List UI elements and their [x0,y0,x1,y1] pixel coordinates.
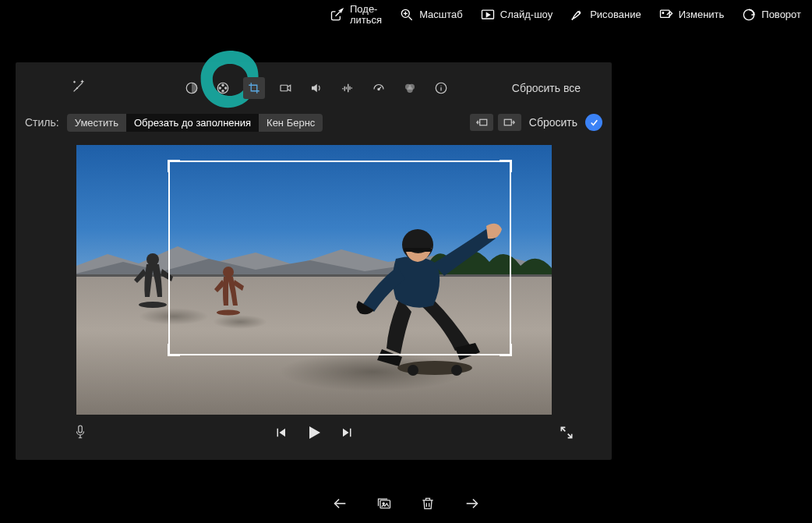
zoom-icon [399,7,415,23]
nav-prev-button[interactable] [331,495,348,515]
fullscreen-button[interactable] [559,425,574,443]
rotate-reset-group: Сбросить [470,114,602,131]
svg-point-12 [378,88,380,90]
svg-rect-28 [79,426,83,433]
svg-rect-18 [504,119,511,125]
volume-icon[interactable] [305,77,327,99]
magic-wand-icon[interactable] [70,78,87,98]
svg-point-8 [225,87,227,89]
prev-button[interactable] [274,426,288,443]
svg-point-20 [139,302,167,308]
svg-point-24 [408,365,418,376]
svg-rect-11 [281,85,288,91]
svg-point-7 [222,84,224,86]
svg-point-9 [222,90,224,92]
edit-icon [658,7,674,23]
delete-button[interactable] [420,496,436,514]
color-filter-icon[interactable] [399,77,421,99]
speed-icon[interactable] [368,77,390,99]
video-preview[interactable] [76,145,552,415]
svg-point-10 [219,87,221,89]
adjustment-tools [181,77,452,99]
crop-fill-button[interactable]: Обрезать до заполнения [126,114,259,132]
nav-next-button[interactable] [464,495,481,515]
play-controls [274,423,355,445]
rotate-cw-button[interactable] [498,114,521,131]
color-correction-icon[interactable] [212,77,234,99]
svg-point-25 [451,365,462,376]
slideshow-label: Слайд-шоу [500,9,553,20]
zoom-button[interactable]: Масштаб [399,7,463,23]
crop-mode-segmented: Уместить Обрезать до заполнения Кен Берн… [67,114,323,132]
crop-handle-bl[interactable] [168,344,180,356]
rotate-icon [741,7,757,23]
editor-panel: Сбросить все Стиль: Уместить Обрезать до… [16,62,612,460]
stabilization-icon[interactable] [274,77,296,99]
info-icon[interactable] [430,77,452,99]
draw-icon [570,7,585,23]
edit-label: Изменить [679,9,725,20]
add-to-album-button[interactable] [376,496,392,514]
draw-button[interactable]: Рисование [570,7,641,23]
crop-handle-br[interactable] [500,344,512,356]
crop-handle-tl[interactable] [168,160,180,172]
top-menu: Поде- литься Масштаб Слайд-шоу Рисование… [0,0,812,30]
edit-button[interactable]: Изменить [658,7,725,23]
svg-point-3 [662,12,664,14]
bottom-nav [0,487,812,523]
next-button[interactable] [341,426,355,443]
ken-burns-button[interactable]: Кен Бернс [259,114,323,132]
voiceover-button[interactable] [73,423,87,445]
rotate-button[interactable]: Поворот [741,7,801,23]
rotate-label: Поворот [761,9,801,20]
draw-label: Рисование [590,9,641,20]
playback-bar [16,422,612,446]
noise-reduction-icon[interactable] [337,77,358,99]
slideshow-icon [480,7,496,23]
style-row: Стиль: Уместить Обрезать до заполнения К… [16,111,612,134]
svg-rect-17 [480,119,487,125]
tool-row: Сбросить все [16,76,612,100]
svg-point-19 [147,253,159,266]
share-icon [330,7,345,23]
zoom-label: Масштаб [419,9,463,20]
share-label: Поде- литься [350,4,382,27]
slideshow-button[interactable]: Слайд-шоу [480,7,553,23]
play-button[interactable] [305,423,323,445]
reset-crop-button[interactable]: Сбросить [529,116,577,129]
reset-all-button[interactable]: Сбросить все [512,82,581,94]
apply-button[interactable] [585,114,602,131]
fit-button[interactable]: Уместить [67,114,126,132]
style-label: Стиль: [25,116,59,129]
share-button[interactable]: Поде- литься [330,4,382,27]
color-balance-icon[interactable] [181,77,203,99]
svg-point-15 [407,87,413,94]
crop-frame[interactable] [168,161,511,355]
crop-icon[interactable] [243,77,265,99]
rotate-ccw-button[interactable] [470,114,493,131]
crop-handle-tr[interactable] [500,160,512,172]
